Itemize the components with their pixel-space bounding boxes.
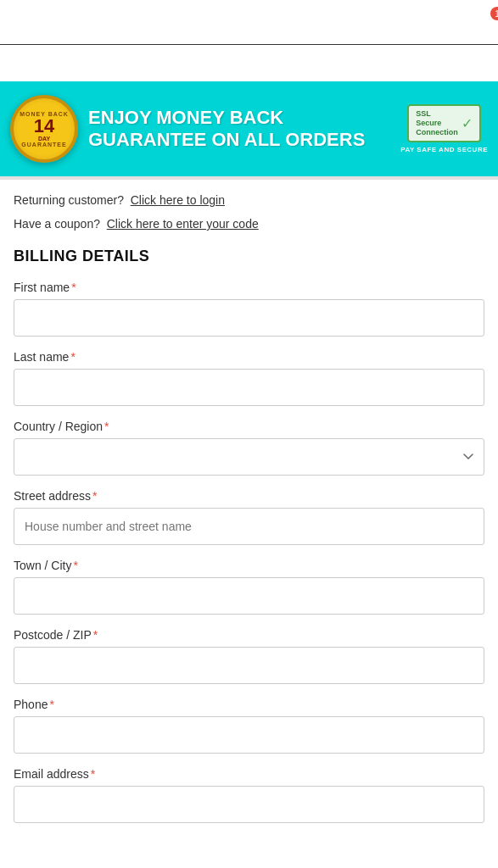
country-group: Country / Region* United States United K… xyxy=(14,420,484,476)
country-label: Country / Region* xyxy=(14,420,484,433)
banner-main-line1: ENJOY MONEY BACK xyxy=(88,107,390,129)
required-star: * xyxy=(91,767,95,781)
coupon-link[interactable]: Click here to enter your code xyxy=(107,217,259,231)
email-input[interactable] xyxy=(14,786,484,823)
main-content: Returning customer? Click here to login … xyxy=(0,180,498,850)
first-name-input[interactable] xyxy=(14,299,484,337)
postcode-group: Postcode / ZIP* xyxy=(14,628,484,684)
last-name-input[interactable] xyxy=(14,369,484,406)
coupon-prefix: Have a coupon? xyxy=(14,217,100,231)
street-group: Street address* xyxy=(14,489,484,545)
required-star: * xyxy=(73,559,77,572)
badge-bottom-text: GUARANTEE xyxy=(21,142,66,147)
banner-text: ENJOY MONEY BACK GUARANTEE ON ALL ORDERS xyxy=(88,107,390,152)
required-star: * xyxy=(92,489,97,503)
street-label: Street address* xyxy=(14,489,484,503)
menu-icon[interactable] xyxy=(0,12,17,32)
email-group: Email address* xyxy=(14,767,484,823)
badge-days: 14 xyxy=(34,117,54,136)
postcode-input[interactable] xyxy=(14,647,484,684)
promo-banner: MONEY BACK 14 DAY GUARANTEE ENJOY MONEY … xyxy=(0,81,498,176)
last-name-group: Last name* xyxy=(14,350,484,406)
street-input[interactable] xyxy=(14,508,484,545)
first-name-group: First name* xyxy=(14,281,484,337)
required-star: * xyxy=(104,420,109,433)
ssl-checkmark-icon: ✓ xyxy=(462,115,473,131)
phone-label: Phone* xyxy=(14,698,484,711)
required-star: * xyxy=(71,281,76,294)
header: FORSTEP STYLE 1 CHECKOUT xyxy=(0,0,498,81)
svg-line-4 xyxy=(44,24,48,28)
first-name-label: First name* xyxy=(14,281,484,294)
billing-section-title: BILLING DETAILS xyxy=(14,248,484,265)
search-icon[interactable] xyxy=(32,12,49,32)
phone-group: Phone* xyxy=(14,698,484,754)
money-back-badge: MONEY BACK 14 DAY GUARANTEE xyxy=(10,95,78,163)
required-star: * xyxy=(49,698,53,711)
required-star: * xyxy=(70,350,75,364)
email-label: Email address* xyxy=(14,767,484,781)
coupon-notice: Have a coupon? Click here to enter your … xyxy=(14,217,484,231)
last-name-label: Last name* xyxy=(14,350,484,364)
ssl-section: SSL Secure Connection ✓ PAY SAFE AND SEC… xyxy=(400,104,488,153)
phone-input[interactable] xyxy=(14,716,484,754)
badge-day-label: DAY xyxy=(38,136,50,142)
town-group: Town / City* xyxy=(14,559,484,615)
site-logo: FORSTEP STYLE xyxy=(49,14,481,31)
town-input[interactable] xyxy=(14,577,484,615)
ssl-text-line1: SSL xyxy=(416,109,458,119)
pay-safe-text: PAY SAFE AND SECURE xyxy=(400,146,488,153)
ssl-badge: SSL Secure Connection ✓ xyxy=(407,104,481,142)
postcode-label: Postcode / ZIP* xyxy=(14,628,484,642)
returning-customer-prefix: Returning customer? xyxy=(14,193,124,207)
login-link[interactable]: Click here to login xyxy=(131,193,225,207)
town-label: Town / City* xyxy=(14,559,484,572)
country-select[interactable]: United States United Kingdom Canada Aust… xyxy=(14,438,484,476)
returning-customer-notice: Returning customer? Click here to login xyxy=(14,193,484,207)
ssl-text-line3: Connection xyxy=(416,128,458,137)
required-star: * xyxy=(93,628,98,642)
checkout-title: CHECKOUT xyxy=(191,53,307,73)
ssl-text-line2: Secure xyxy=(416,119,458,128)
banner-main-line2: GUARANTEE ON ALL ORDERS xyxy=(88,129,390,151)
cart-badge: 1 xyxy=(490,7,498,20)
cart-button[interactable]: 1 xyxy=(481,12,498,32)
